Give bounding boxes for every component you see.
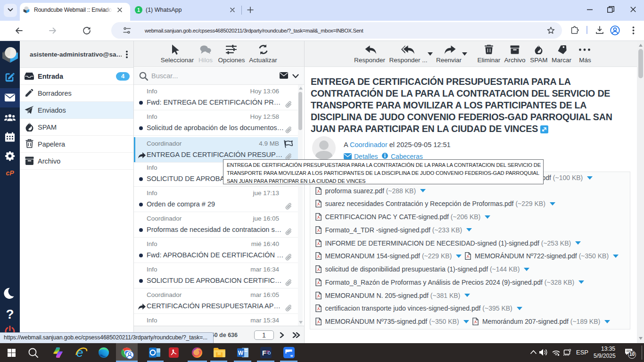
svg-text:w: w [290, 354, 293, 357]
svg-text:F: F [262, 349, 266, 357]
svg-text:W: W [238, 350, 244, 356]
svg-text:1: 1 [137, 7, 140, 13]
